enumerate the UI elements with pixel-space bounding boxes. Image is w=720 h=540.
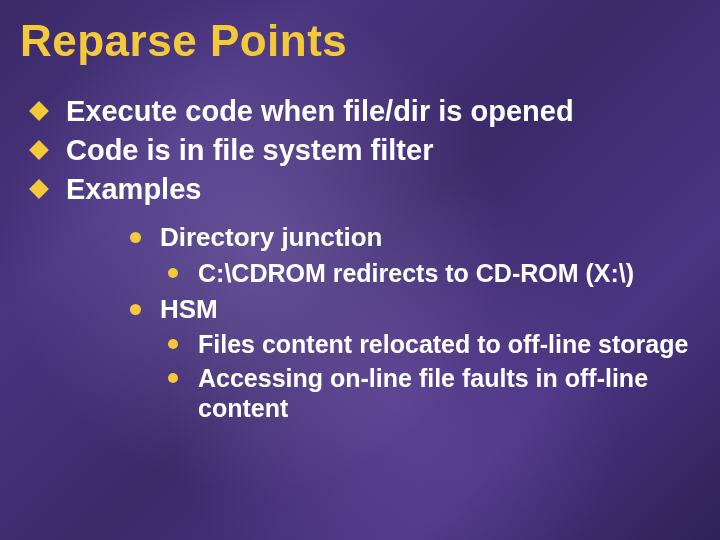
dot-icon	[130, 304, 141, 315]
sub-sub-bullet-list: Files content relocated to off‑line stor…	[164, 329, 700, 423]
dot-icon	[168, 373, 178, 383]
sub-sub-bullet-item: Files content relocated to off‑line stor…	[164, 329, 700, 359]
dot-icon	[168, 268, 178, 278]
sub-bullet-item: HSM Files content relocated to off‑line …	[124, 294, 700, 423]
bullet-text: Code is in file system filter	[66, 134, 433, 166]
slide-title: Reparse Points	[20, 16, 700, 66]
main-bullet-list: Execute code when file/dir is opened Cod…	[28, 94, 700, 423]
dot-icon	[130, 232, 141, 243]
bullet-item: Examples Directory junction C:\CDROM red…	[28, 172, 700, 423]
sub-sub-bullet-item: Accessing on‑line file faults in off‑lin…	[164, 363, 700, 423]
bullet-text: Examples	[66, 173, 201, 205]
dot-icon	[168, 339, 178, 349]
sub-sub-bullet-item: C:\CDROM redirects to CD-ROM (X:\)	[164, 258, 700, 288]
sub-sub-bullet-text: Accessing on‑line file faults in off‑lin…	[198, 364, 648, 422]
diamond-icon	[29, 179, 49, 199]
sub-sub-bullet-list: C:\CDROM redirects to CD-ROM (X:\)	[164, 258, 700, 288]
sub-sub-bullet-text: C:\CDROM redirects to CD-ROM (X:\)	[198, 259, 634, 287]
sub-bullet-text: Directory junction	[160, 222, 382, 252]
diamond-icon	[29, 140, 49, 160]
sub-bullet-text: HSM	[160, 294, 218, 324]
sub-sub-bullet-text: Files content relocated to off‑line stor…	[198, 330, 688, 358]
sub-bullet-list: Directory junction C:\CDROM redirects to…	[124, 222, 700, 422]
sub-bullet-item: Directory junction C:\CDROM redirects to…	[124, 222, 700, 287]
bullet-text: Execute code when file/dir is opened	[66, 95, 574, 127]
bullet-item: Execute code when file/dir is opened	[28, 94, 700, 129]
slide: Reparse Points Execute code when file/di…	[0, 0, 720, 540]
bullet-item: Code is in file system filter	[28, 133, 700, 168]
diamond-icon	[29, 101, 49, 121]
